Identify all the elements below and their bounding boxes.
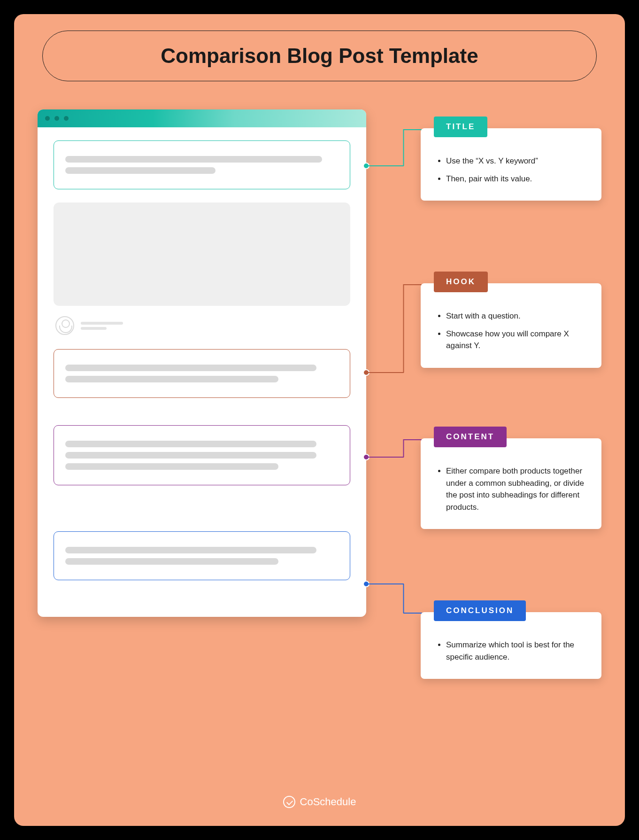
callout-item: Start with a question.: [446, 310, 587, 322]
placeholder-line: [65, 441, 316, 447]
callout-item: Then, pair with its value.: [446, 173, 587, 185]
window-dot-icon: [54, 116, 59, 121]
placeholder-line: [65, 156, 322, 163]
mock-featured-image: [54, 202, 350, 306]
callout-tag: TITLE: [434, 117, 487, 137]
mock-title-section: [54, 140, 350, 189]
callout-list: Use the “X vs. Y keyword” Then, pair wit…: [421, 155, 601, 185]
brand-check-icon: [283, 796, 295, 808]
callout-item: Use the “X vs. Y keyword”: [446, 155, 587, 167]
callout-list: Start with a question. Showcase how you …: [421, 310, 601, 352]
callout-list: Either compare both products together un…: [421, 465, 601, 513]
mock-hook-section: [54, 349, 350, 398]
callout-hook: HOOK Start with a question. Showcase how…: [421, 283, 601, 368]
callout-title: TITLE Use the “X vs. Y keyword” Then, pa…: [421, 128, 601, 201]
author-meta: [81, 319, 123, 332]
infographic-canvas: Comparison Blog Post Template: [14, 14, 625, 826]
window-dot-icon: [45, 116, 50, 121]
mock-content-section: [54, 425, 350, 485]
placeholder-line: [65, 547, 316, 553]
mock-conclusion-section: [54, 531, 350, 580]
callout-list: Summarize which tool is best for the spe…: [421, 639, 601, 663]
callout-item: Summarize which tool is best for the spe…: [446, 639, 587, 663]
placeholder-line: [81, 327, 107, 330]
window-dot-icon: [64, 116, 69, 121]
browser-mock: [38, 109, 366, 617]
footer: CoSchedule: [14, 796, 625, 808]
callout-item: Showcase how you will compare X against …: [446, 328, 587, 352]
placeholder-line: [65, 452, 316, 459]
brand-name: CoSchedule: [300, 796, 356, 808]
placeholder-line: [81, 322, 123, 325]
placeholder-line: [65, 167, 216, 174]
browser-body: [38, 127, 366, 617]
callout-tag: CONCLUSION: [434, 600, 526, 621]
callout-content: CONTENT Either compare both products tog…: [421, 438, 601, 529]
diagram-layout: TITLE Use the “X vs. Y keyword” Then, pa…: [38, 109, 601, 758]
placeholder-line: [65, 376, 278, 382]
browser-titlebar: [38, 109, 366, 127]
callout-item: Either compare both products together un…: [446, 465, 587, 513]
page-title: Comparison Blog Post Template: [62, 44, 577, 68]
mock-author-row: [54, 314, 350, 349]
avatar-icon: [55, 316, 74, 335]
callout-conclusion: CONCLUSION Summarize which tool is best …: [421, 612, 601, 679]
placeholder-line: [65, 558, 278, 565]
callout-tag: HOOK: [434, 272, 488, 292]
placeholder-line: [65, 365, 316, 371]
placeholder-line: [65, 463, 278, 470]
page-title-pill: Comparison Blog Post Template: [42, 31, 597, 81]
callout-tag: CONTENT: [434, 427, 507, 447]
